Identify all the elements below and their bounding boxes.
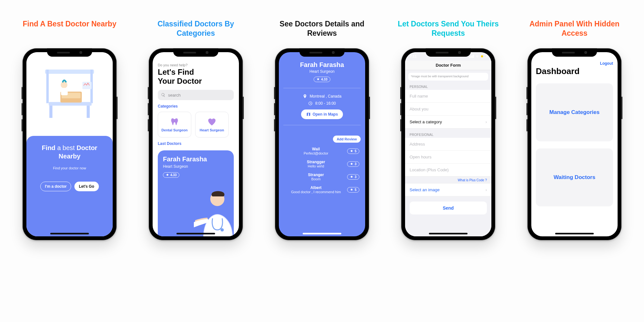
rating-value: 4.33 bbox=[321, 78, 327, 81]
home-indicator bbox=[303, 233, 341, 234]
section-last-doctors: Last Doctors bbox=[158, 141, 234, 146]
star-icon bbox=[350, 149, 353, 153]
doctor-photo bbox=[194, 183, 234, 236]
phone-frame: 7:11 Doctor Form *Image must be with tra… bbox=[401, 48, 495, 240]
nav-title: Doctor Form bbox=[405, 61, 491, 70]
doctor-card[interactable]: Farah Farasha Heart Surgeon 4.33 bbox=[158, 150, 234, 236]
onboarding-illustration bbox=[26, 52, 113, 136]
location-text: Montreal , Canada bbox=[310, 94, 342, 99]
notch bbox=[552, 48, 597, 57]
review-item: WailPerfect@doctor 5 bbox=[283, 145, 361, 157]
col-4: Let Doctors Send You Theirs Requests 7:1… bbox=[388, 19, 508, 240]
svg-rect-9 bbox=[61, 88, 68, 95]
search-icon bbox=[161, 93, 166, 97]
help-label: Do you need help? bbox=[158, 63, 234, 67]
map-pin-icon bbox=[303, 94, 307, 99]
home-indicator bbox=[50, 233, 89, 234]
svg-point-11 bbox=[221, 228, 224, 232]
screen-2: Do you need help? Let's Find Your Doctor… bbox=[153, 52, 239, 236]
doctor-name: Farah Farasha bbox=[283, 61, 361, 69]
search-input[interactable]: search bbox=[158, 90, 234, 100]
review-rating: 3 bbox=[347, 161, 359, 167]
section-personal: PERSONAL bbox=[405, 80, 491, 90]
rating-badge: 4.33 bbox=[314, 77, 330, 82]
signal-icon bbox=[469, 55, 474, 58]
phone-frame: Find a best Doctor Nearby Find your doct… bbox=[23, 48, 117, 240]
open-maps-label: Open in Maps bbox=[313, 112, 338, 117]
plus-code-link[interactable]: What is Plus Code ? bbox=[405, 176, 491, 183]
category-label: Dental Surgeon bbox=[161, 128, 187, 132]
showcase-row: Find A Best Doctor Nearby bbox=[0, 0, 644, 240]
rating-value: 4.33 bbox=[170, 173, 176, 177]
review-item: StrangerBoom 3 bbox=[283, 170, 361, 183]
review-rating: 5 bbox=[347, 148, 359, 154]
caption-1: Find A Best Doctor Nearby bbox=[23, 19, 117, 39]
review-item: StranggerHello wirld 3 bbox=[283, 157, 361, 170]
heart-icon bbox=[207, 117, 216, 126]
caption-3: See Doctors Details and Reviews bbox=[270, 19, 374, 39]
home-indicator bbox=[555, 233, 594, 234]
open maps-button[interactable]: Open in Maps bbox=[301, 109, 343, 119]
map-icon bbox=[306, 112, 311, 117]
select-category[interactable]: Select a category› bbox=[405, 116, 491, 128]
screen-1: Find a best Doctor Nearby Find your doct… bbox=[26, 52, 113, 236]
phone-frame: Logout Dashboard Manage Categories Waiti… bbox=[527, 48, 621, 240]
doctor-desk-icon bbox=[39, 63, 100, 125]
chevron-right-icon: › bbox=[486, 187, 487, 192]
caption-5: Admin Panel With Hidden Access bbox=[523, 19, 626, 39]
battery-icon bbox=[480, 55, 487, 58]
svg-point-8 bbox=[61, 81, 67, 88]
col-3: See Doctors Details and Reviews Farah Fa… bbox=[262, 19, 382, 240]
col-5: Admin Panel With Hidden Access Logout Da… bbox=[515, 19, 634, 240]
reviews-list: WailPerfect@doctor 5 StranggerHello wirl… bbox=[283, 145, 361, 196]
category-label: Heart Surgeon bbox=[200, 128, 224, 132]
star-icon bbox=[350, 162, 353, 166]
category-dental-surgeon[interactable]: Dental Surgeon bbox=[158, 112, 191, 137]
location-row: Montreal , Canada bbox=[283, 94, 361, 99]
screen-5: Logout Dashboard Manage Categories Waiti… bbox=[531, 52, 618, 236]
caption-4: Let Doctors Send You Theirs Requests bbox=[397, 19, 500, 39]
im-a-doctor-button[interactable]: I'm a doctor bbox=[40, 182, 71, 191]
page-title: Dashboard bbox=[536, 66, 613, 76]
search-placeholder: search bbox=[168, 93, 181, 98]
select-image[interactable]: Select an image› bbox=[405, 183, 491, 196]
tooth-icon bbox=[170, 117, 179, 126]
caption-2: Classified Doctors By Categories bbox=[144, 19, 247, 39]
hours-field[interactable]: Open hours bbox=[405, 151, 491, 164]
section-professional: PROFESIONAL bbox=[405, 128, 491, 138]
about-field[interactable]: About you bbox=[405, 103, 491, 116]
onboarding-card: Find a best Doctor Nearby Find your doct… bbox=[26, 136, 113, 236]
doctor-role: Heart Surgeon bbox=[283, 69, 361, 74]
star-icon bbox=[317, 78, 320, 81]
notch bbox=[47, 48, 92, 57]
home-indicator bbox=[429, 233, 468, 234]
t1: Find bbox=[42, 144, 55, 151]
send-button[interactable]: Send bbox=[410, 202, 487, 214]
col-2: Classified Doctors By Categories Do you … bbox=[136, 19, 256, 240]
review-rating: 5 bbox=[347, 187, 359, 193]
add-review-button[interactable]: Add Review bbox=[333, 136, 361, 143]
fullname-field[interactable]: Full name bbox=[405, 90, 491, 103]
phone-frame: Do you need help? Let's Find Your Doctor… bbox=[149, 48, 243, 240]
onboarding-title: Find a best Doctor Nearby bbox=[32, 144, 108, 160]
waiting-doctors-card[interactable]: Waiting Doctors bbox=[536, 148, 613, 206]
hours-row: 8:00 - 16:00 bbox=[283, 101, 361, 106]
location-field[interactable]: Location (Plus Code) bbox=[405, 164, 491, 176]
image-hint: *Image must be with transparent backgrou… bbox=[408, 73, 488, 80]
lets-go-button[interactable]: Let's Go bbox=[74, 182, 99, 191]
manage-categories-card[interactable]: Manage Categories bbox=[536, 83, 613, 141]
svg-rect-5 bbox=[87, 106, 90, 118]
col-1: Find A Best Doctor Nearby bbox=[10, 19, 129, 240]
onboarding-subtitle: Find your doctor now bbox=[32, 166, 108, 170]
category-heart-surgeon[interactable]: Heart Surgeon bbox=[195, 112, 229, 137]
logout-button[interactable]: Logout bbox=[600, 61, 613, 66]
address-field[interactable]: Address bbox=[405, 138, 491, 151]
star-icon bbox=[350, 175, 353, 178]
clock-icon bbox=[308, 101, 313, 106]
screen-3: Farah Farasha Heart Surgeon 4.33 Montrea… bbox=[279, 52, 365, 236]
star-icon bbox=[166, 173, 169, 176]
onboarding-actions: I'm a doctor Let's Go bbox=[32, 182, 108, 191]
doctor-name: Farah Farasha bbox=[163, 156, 229, 163]
t2: a best bbox=[57, 144, 75, 151]
rating-badge: 4.33 bbox=[163, 172, 179, 178]
